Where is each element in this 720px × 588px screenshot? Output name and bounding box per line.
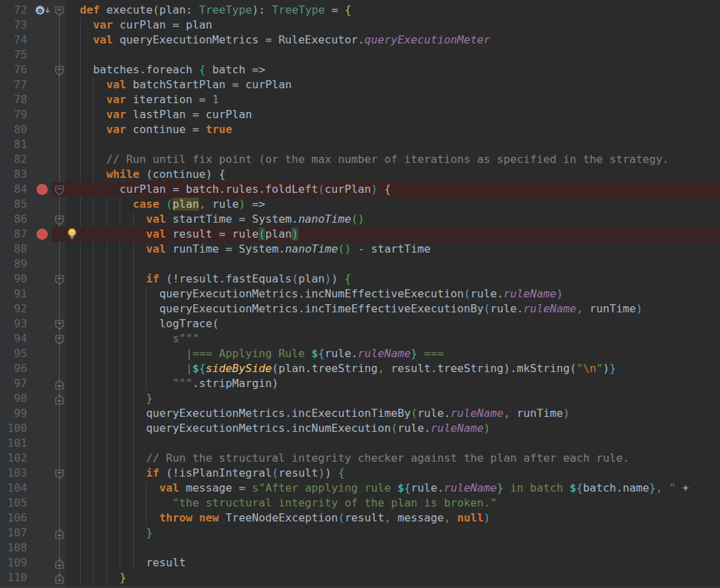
line-number[interactable]: 84: [0, 182, 27, 197]
code-line-text[interactable]: s""": [67, 331, 199, 346]
fold-start-marker[interactable]: [55, 65, 64, 80]
fold-end-marker[interactable]: [55, 528, 64, 543]
code-line-text[interactable]: // Run the structural integrity checker …: [67, 451, 629, 466]
code-line-text[interactable]: def execute(plan: TreeType): TreeType = …: [67, 3, 351, 18]
code-line-text[interactable]: val message = s"After applying rule ${ru…: [67, 481, 689, 496]
code-line-text[interactable]: }: [67, 526, 153, 540]
line-number[interactable]: 94: [0, 331, 27, 346]
code-token: val: [93, 33, 113, 46]
code-editor: 72o def execute(plan: TreeType): TreeTyp…: [0, 0, 720, 588]
line-number[interactable]: 96: [0, 361, 27, 376]
fold-start-marker[interactable]: [55, 215, 64, 229]
editor-row: 84 curPlan = batch.rules.foldLeft(curPla…: [0, 182, 720, 197]
line-number[interactable]: 89: [0, 257, 27, 272]
code-token: ): [325, 272, 331, 285]
line-number[interactable]: 74: [0, 33, 27, 48]
line-number[interactable]: 77: [0, 77, 27, 92]
line-number[interactable]: 98: [0, 391, 27, 406]
line-number[interactable]: 79: [0, 107, 27, 122]
code-line-text[interactable]: queryExecutionMetrics.incNumExecution(ru…: [67, 421, 490, 436]
code-line-text[interactable]: if (!result.fastEquals(plan)) {: [67, 272, 351, 287]
line-number[interactable]: 93: [0, 316, 27, 331]
code-line-text[interactable]: }: [67, 570, 126, 585]
line-number[interactable]: 104: [0, 481, 27, 496]
fold-end-marker[interactable]: [55, 573, 64, 588]
intention-lightbulb-icon[interactable]: [67, 228, 77, 244]
code-line-text[interactable]: var curPlan = plan: [67, 18, 212, 33]
breakpoint-icon[interactable]: [36, 228, 48, 244]
code-line-text[interactable]: val runTime = System.nanoTime() - startT…: [67, 242, 431, 257]
line-number[interactable]: 110: [0, 570, 27, 585]
line-number[interactable]: 102: [0, 451, 27, 466]
line-number[interactable]: 90: [0, 272, 27, 287]
code-line-text[interactable]: var lastPlan = curPlan: [67, 107, 252, 122]
fold-end-marker[interactable]: [55, 394, 64, 409]
override-method-icon[interactable]: o: [35, 5, 52, 20]
code-line-text[interactable]: val queryExecutionMetrics = RuleExecutor…: [67, 33, 490, 48]
code-line-text[interactable]: }: [67, 391, 153, 406]
line-number[interactable]: 75: [0, 48, 27, 62]
line-number[interactable]: 103: [0, 466, 27, 481]
code-token: (: [570, 362, 577, 375]
code-line-text[interactable]: if (!isPlanIntegral(result)) {: [67, 466, 344, 481]
code-token: val: [106, 78, 126, 91]
code-line-text[interactable]: case (plan, rule) =>: [67, 197, 265, 212]
line-number[interactable]: 106: [0, 511, 27, 526]
fold-start-marker[interactable]: [55, 334, 64, 349]
code-line-text[interactable]: // Run until fix point (or the max numbe…: [67, 152, 669, 167]
code-line-text[interactable]: val startTime = System.nanoTime(): [67, 212, 365, 227]
code-token: ): [636, 302, 643, 315]
code-line-text[interactable]: batches.foreach { batch =>: [67, 62, 265, 77]
code-line-text[interactable]: while (continue) {: [67, 167, 226, 182]
fold-start-marker[interactable]: [55, 5, 64, 20]
code-line-text[interactable]: var continue = true: [67, 122, 232, 137]
code-line-text[interactable]: result: [67, 555, 185, 570]
line-number[interactable]: 99: [0, 406, 27, 421]
line-number[interactable]: 101: [0, 436, 27, 451]
line-number[interactable]: 73: [0, 18, 27, 33]
line-number[interactable]: 80: [0, 122, 27, 137]
fold-start-marker[interactable]: [55, 274, 64, 289]
code-line-text[interactable]: |=== Applying Rule ${rule.ruleName} ===: [67, 346, 444, 361]
line-number[interactable]: 92: [0, 301, 27, 316]
fold-start-marker[interactable]: [55, 468, 64, 483]
code-token: rule: [206, 198, 239, 210]
code-line-text[interactable]: logTrace(: [67, 316, 219, 331]
line-number[interactable]: 87: [0, 227, 27, 242]
editor-row: 75: [0, 48, 720, 62]
line-number[interactable]: 91: [0, 287, 27, 301]
line-number[interactable]: 105: [0, 496, 27, 511]
line-number[interactable]: 86: [0, 212, 27, 227]
code-line-text[interactable]: queryExecutionMetrics.incExecutionTimeBy…: [67, 406, 570, 421]
code-token: $: [192, 362, 199, 375]
code-line-text[interactable]: "the structural integrity of the plan is…: [67, 496, 497, 511]
line-number[interactable]: 82: [0, 152, 27, 167]
fold-end-marker[interactable]: [55, 379, 64, 394]
line-number[interactable]: 81: [0, 137, 27, 152]
line-number[interactable]: 95: [0, 346, 27, 361]
code-line-text[interactable]: throw new TreeNodeException(result, mess…: [67, 511, 490, 526]
line-number[interactable]: 100: [0, 421, 27, 436]
line-number[interactable]: 88: [0, 242, 27, 257]
line-number[interactable]: 97: [0, 376, 27, 391]
fold-start-marker[interactable]: [55, 319, 64, 334]
line-number[interactable]: 108: [0, 540, 27, 555]
breakpoint-icon[interactable]: [36, 183, 48, 200]
code-line-text[interactable]: var iteration = 1: [67, 92, 219, 107]
line-number[interactable]: 78: [0, 92, 27, 107]
code-line-text[interactable]: val result = rule(plan): [67, 227, 298, 242]
code-line-text[interactable]: curPlan = batch.rules.foldLeft(curPlan) …: [67, 182, 391, 197]
line-number[interactable]: 85: [0, 197, 27, 212]
fold-end-marker[interactable]: [55, 558, 64, 573]
code-line-text[interactable]: """.stripMargin): [67, 376, 278, 391]
code-line-text[interactable]: queryExecutionMetrics.incTimeEffectiveEx…: [67, 301, 643, 316]
fold-start-marker[interactable]: [55, 185, 64, 200]
code-line-text[interactable]: |${sideBySide(plan.treeString, result.tr…: [67, 361, 616, 376]
code-line-text[interactable]: queryExecutionMetrics.incNumEffectiveExe…: [67, 287, 563, 301]
line-number[interactable]: 109: [0, 555, 27, 570]
line-number[interactable]: 83: [0, 167, 27, 182]
line-number[interactable]: 76: [0, 62, 27, 77]
line-number[interactable]: 72: [0, 3, 27, 18]
code-line-text[interactable]: val batchStartPlan = curPlan: [67, 77, 291, 92]
line-number[interactable]: 107: [0, 526, 27, 540]
